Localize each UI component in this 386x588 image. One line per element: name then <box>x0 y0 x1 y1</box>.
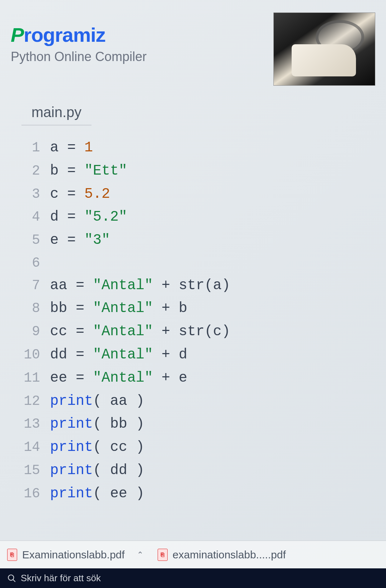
code-content[interactable]: b = "Ett" <box>50 160 127 183</box>
line-number: 4 <box>21 206 50 228</box>
code-content[interactable]: aa = "Antal" + str(a) <box>50 274 230 297</box>
chevron-up-icon[interactable]: ⌃ <box>137 550 143 559</box>
pdf-icon: ⎘ <box>158 549 168 561</box>
line-number: 12 <box>21 390 50 412</box>
search-icon <box>7 574 16 583</box>
code-line[interactable]: 6 <box>21 252 386 274</box>
code-line[interactable]: 5e = "3" <box>21 229 386 252</box>
taskbar-search[interactable]: Skriv här för att sök <box>7 573 101 584</box>
line-number: 3 <box>21 183 50 205</box>
code-line[interactable]: 16print( ee ) <box>21 482 386 506</box>
code-line[interactable]: 14print( cc ) <box>21 436 386 459</box>
line-number: 7 <box>21 275 50 297</box>
code-content[interactable]: c = 5.2 <box>50 183 110 206</box>
code-content[interactable]: print( bb ) <box>50 413 144 436</box>
header: Programiz Python Online Compiler <box>0 0 386 93</box>
code-content[interactable]: print( dd ) <box>50 459 144 482</box>
line-number: 15 <box>21 459 50 482</box>
code-line[interactable]: 11ee = "Antal" + e <box>21 367 386 390</box>
line-number: 13 <box>21 413 50 435</box>
code-line[interactable]: 13print( bb ) <box>21 413 386 436</box>
line-number: 8 <box>21 297 50 320</box>
download-label: examinationslabb.....pdf <box>173 549 286 561</box>
svg-point-0 <box>8 575 14 580</box>
download-label: Examinationslabb.pdf <box>22 549 125 561</box>
line-number: 10 <box>21 344 50 366</box>
logo[interactable]: Programiz <box>11 23 147 46</box>
code-line[interactable]: 12print( aa ) <box>21 390 386 413</box>
line-number: 9 <box>21 321 50 343</box>
svg-line-1 <box>13 579 15 582</box>
ad-avatar-image[interactable] <box>273 12 375 86</box>
logo-letter-p: P <box>11 24 24 46</box>
code-line[interactable]: 2b = "Ett" <box>21 160 386 183</box>
pdf-icon: ⎘ <box>7 549 17 561</box>
code-content[interactable]: e = "3" <box>50 229 110 252</box>
code-editor[interactable]: 1a = 12b = "Ett"3c = 5.24d = "5.2"5e = "… <box>21 136 386 506</box>
code-content[interactable]: print( cc ) <box>50 436 144 459</box>
tab-bar: main.py <box>21 100 386 126</box>
code-line[interactable]: 4d = "5.2" <box>21 206 386 229</box>
line-number: 2 <box>21 160 50 182</box>
code-content[interactable]: print( aa ) <box>50 390 144 413</box>
code-line[interactable]: 7aa = "Antal" + str(a) <box>21 274 386 297</box>
taskbar-search-placeholder: Skriv här för att sök <box>21 573 101 584</box>
brand-block: Programiz Python Online Compiler <box>11 12 147 64</box>
line-number: 14 <box>21 436 50 458</box>
line-number: 1 <box>21 137 50 159</box>
download-item[interactable]: ⎘ examinationslabb.....pdf <box>158 549 286 561</box>
line-number: 11 <box>21 367 50 389</box>
code-content[interactable]: dd = "Antal" + d <box>50 343 187 367</box>
code-content[interactable]: print( ee ) <box>50 482 144 506</box>
logo-rest: rogramiz <box>24 24 105 46</box>
tab-main-py[interactable]: main.py <box>21 100 91 126</box>
code-content[interactable]: a = 1 <box>50 136 93 160</box>
code-content[interactable]: bb = "Antal" + b <box>50 297 187 320</box>
page-subtitle: Python Online Compiler <box>11 49 147 64</box>
code-line[interactable]: 9cc = "Antal" + str(c) <box>21 320 386 343</box>
code-content[interactable]: cc = "Antal" + str(c) <box>50 320 230 343</box>
editor-area: main.py 1a = 12b = "Ett"3c = 5.24d = "5.… <box>0 93 386 506</box>
code-line[interactable]: 3c = 5.2 <box>21 183 386 206</box>
windows-taskbar[interactable]: Skriv här för att sök <box>0 568 386 588</box>
download-item[interactable]: ⎘ Examinationslabb.pdf ⌃ <box>7 549 143 561</box>
downloads-bar: ⎘ Examinationslabb.pdf ⌃ ⎘ examinationsl… <box>0 541 386 568</box>
code-line[interactable]: 8bb = "Antal" + b <box>21 297 386 320</box>
line-number: 16 <box>21 483 50 505</box>
line-number: 5 <box>21 229 50 251</box>
code-line[interactable]: 15print( dd ) <box>21 459 386 482</box>
code-line[interactable]: 10dd = "Antal" + d <box>21 343 386 367</box>
code-line[interactable]: 1a = 1 <box>21 136 386 160</box>
code-content[interactable]: d = "5.2" <box>50 206 127 229</box>
code-content[interactable]: ee = "Antal" + e <box>50 367 187 390</box>
line-number: 6 <box>21 252 50 274</box>
